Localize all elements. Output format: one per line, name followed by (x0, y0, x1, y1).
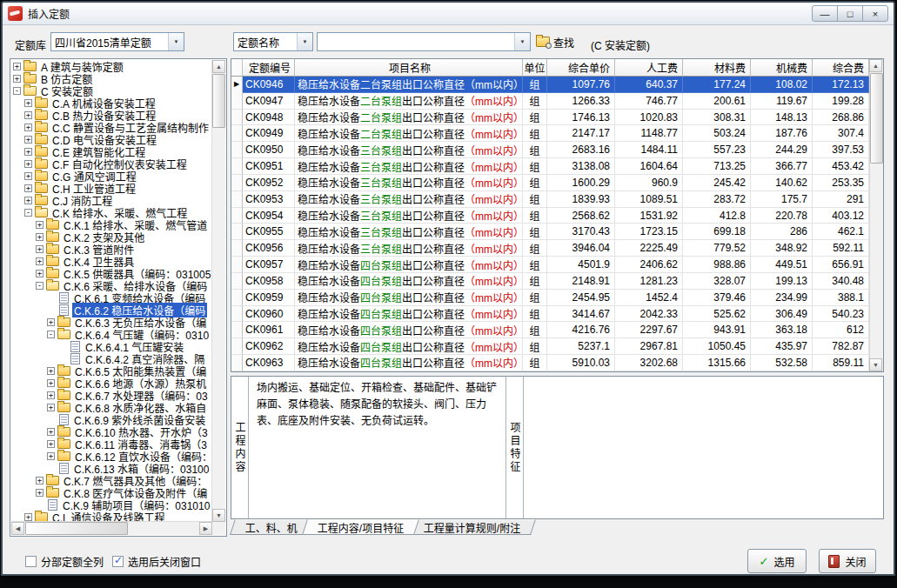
expand-icon[interactable]: + (47, 440, 55, 448)
table-row[interactable]: CK0962稳压给水设备 四台泵组 出口公称直径（mm以内）组5237.1296… (231, 338, 869, 355)
scroll-up-icon[interactable] (212, 60, 225, 73)
expand-icon[interactable]: + (47, 452, 55, 460)
library-combo[interactable]: 四川省2015清单定额 (50, 32, 184, 51)
table-row[interactable]: CK0952稳压给水设备 三台泵组 出口公称直径（mm以内）组1600.2996… (231, 175, 869, 191)
column-header[interactable]: 综合费 (813, 59, 869, 77)
search-field-combo[interactable]: 定额名称 (233, 32, 313, 51)
quota-grid: 定额编号项目名称单位综合单价人工费材料费机械费综合费 ▶CK0946稳压给水设备… (231, 59, 869, 371)
cell-composite-price: 3946.04 (547, 240, 615, 257)
titlebar[interactable]: 插入定额 — □ × (3, 3, 894, 25)
table-row[interactable]: CK0954稳压给水设备 三台泵组 出口公称直径（mm以内）组2568.6215… (231, 208, 869, 224)
table-row[interactable]: CK0956稳压给水设备 三台泵组 出口公称直径（mm以内）组3946.0422… (231, 240, 869, 257)
expand-icon[interactable]: + (24, 184, 32, 192)
search-keyword-combo[interactable] (317, 32, 531, 51)
scroll-left-icon[interactable] (11, 522, 24, 535)
tree-vscroll-thumb[interactable] (212, 74, 225, 128)
expand-icon[interactable]: + (36, 245, 44, 253)
name-pump-group: 三台泵组 (360, 208, 402, 223)
scroll-down-icon[interactable] (212, 509, 225, 522)
expand-icon[interactable]: + (24, 513, 32, 521)
expand-icon[interactable]: + (47, 379, 55, 387)
column-header[interactable]: 项目名称 (295, 59, 523, 77)
expand-icon[interactable]: + (13, 63, 21, 70)
table-row[interactable]: CK0960稳压给水设备 四台泵组 出口公称直径（mm以内）组3414.6720… (231, 306, 869, 323)
chevron-down-icon[interactable] (297, 33, 312, 50)
expand-icon[interactable]: + (36, 489, 44, 497)
collapse-icon[interactable]: - (36, 282, 44, 290)
scroll-down-icon[interactable] (869, 358, 882, 371)
table-row[interactable]: CK0949稳压给水设备 二台泵组 出口公称直径（mm以内）组2147.1711… (231, 125, 869, 142)
cell-project-name: 稳压给水设备 四台泵组 出口公称直径（mm以内） (295, 273, 523, 290)
close-button[interactable]: × (862, 5, 888, 22)
checkbox-full-list[interactable]: 分部定额全列 (25, 554, 104, 569)
tab-2[interactable]: 工程内容/项目特征 (302, 519, 419, 535)
row-selector-gutter (231, 322, 243, 338)
cell-quota-code: CK0954 (243, 208, 295, 224)
scroll-right-icon[interactable] (199, 522, 212, 535)
table-vscroll-thumb[interactable] (870, 73, 883, 164)
expand-icon[interactable]: + (47, 367, 55, 375)
minimize-button[interactable]: — (812, 5, 838, 22)
find-button[interactable]: 查找 (536, 32, 574, 51)
table-row[interactable]: CK0955稳压给水设备 三台泵组 出口公称直径（mm以内）组3170.4317… (231, 224, 869, 240)
expand-icon[interactable]: + (47, 404, 55, 411)
select-button[interactable]: 选用 (747, 549, 807, 573)
expand-icon[interactable]: + (24, 160, 32, 168)
table-row[interactable]: CK0947稳压给水设备 二台泵组 出口公称直径（mm以内）组1266.3374… (231, 93, 869, 110)
expand-icon[interactable]: + (24, 172, 32, 180)
table-row[interactable]: CK0953稳压给水设备 三台泵组 出口公称直径（mm以内）组1839.9310… (231, 191, 869, 208)
table-row[interactable]: CK0958稳压给水设备 四台泵组 出口公称直径（mm以内）组2148.9112… (231, 273, 869, 290)
expand-icon[interactable]: + (24, 124, 32, 131)
expand-icon[interactable]: + (47, 428, 55, 436)
table-vertical-scrollbar[interactable] (869, 59, 883, 371)
expand-icon[interactable]: + (36, 477, 44, 484)
table-row[interactable]: CK0948稳压给水设备 二台泵组 出口公称直径（mm以内）组1746.1310… (231, 110, 869, 126)
column-header[interactable]: 机械费 (751, 59, 813, 77)
dialog-close-button[interactable]: 关闭 (819, 549, 876, 573)
tree-horizontal-scrollbar[interactable] (11, 521, 212, 535)
expand-icon[interactable]: + (36, 221, 44, 229)
tree-vertical-scrollbar[interactable] (211, 60, 225, 522)
tab-1[interactable]: 工、料、机 (230, 519, 313, 535)
checkbox-box-full-list[interactable] (25, 556, 37, 567)
chevron-down-icon[interactable] (514, 33, 530, 50)
expand-icon[interactable]: + (36, 257, 44, 265)
folder-icon (57, 391, 70, 400)
folder-icon (57, 366, 70, 376)
expand-icon[interactable]: + (47, 318, 55, 326)
tree-hscroll-thumb[interactable] (25, 522, 128, 535)
collapse-icon[interactable]: - (24, 209, 32, 217)
chevron-down-icon[interactable] (168, 33, 184, 50)
expand-icon[interactable]: + (24, 197, 32, 204)
table-row[interactable]: CK0957稳压给水设备 四台泵组 出口公称直径（mm以内）组4501.9240… (231, 257, 869, 273)
expand-icon[interactable]: + (47, 391, 55, 399)
table-row[interactable]: CK0961稳压给水设备 四台泵组 出口公称直径（mm以内）组4216.7622… (231, 322, 869, 338)
expand-icon[interactable]: + (24, 99, 32, 107)
collapse-icon[interactable]: - (47, 331, 55, 338)
column-header[interactable]: 人工费 (615, 59, 683, 77)
collapse-icon[interactable]: - (13, 87, 21, 95)
expand-icon[interactable]: + (24, 148, 32, 156)
maximize-button[interactable]: □ (837, 5, 863, 22)
cell-material-fee: 177.24 (683, 77, 751, 93)
table-row[interactable]: CK0963稳压给水设备 四台泵组 出口公称直径（mm以内）组5910.0332… (231, 355, 869, 371)
column-header[interactable]: 材料费 (683, 59, 751, 77)
checkbox-close-after[interactable]: 选用后关闭窗口 (112, 554, 201, 569)
checkbox-box-close-after[interactable] (112, 556, 124, 567)
column-header[interactable]: 综合单价 (547, 59, 615, 77)
table-row[interactable]: ▶CK0946稳压给水设备 二台泵组 出口公称直径（mm以内）组1097.766… (231, 77, 869, 93)
column-header[interactable]: 单位 (523, 59, 547, 77)
expand-icon[interactable]: + (36, 270, 44, 277)
column-header[interactable]: 定额编号 (243, 59, 295, 77)
folder-icon (46, 488, 59, 498)
scroll-up-icon[interactable] (869, 59, 882, 72)
expand-icon[interactable]: + (13, 75, 21, 83)
table-row[interactable]: CK0951稳压给水设备 三台泵组 出口公称直径（mm以内）组3138.0816… (231, 158, 869, 175)
expand-icon[interactable]: + (24, 136, 32, 144)
expand-icon[interactable]: + (24, 111, 32, 119)
expand-icon[interactable]: + (36, 233, 44, 241)
cell-composite-price: 2683.16 (547, 142, 615, 158)
tab-3[interactable]: 工程量计算规则/附注 (408, 519, 536, 535)
table-row[interactable]: CK0959稳压给水设备 四台泵组 出口公称直径（mm以内）组2454.9514… (231, 290, 869, 306)
table-row[interactable]: CK0950稳压给水设备 三台泵组 出口公称直径（mm以内）组2683.1614… (231, 142, 869, 158)
